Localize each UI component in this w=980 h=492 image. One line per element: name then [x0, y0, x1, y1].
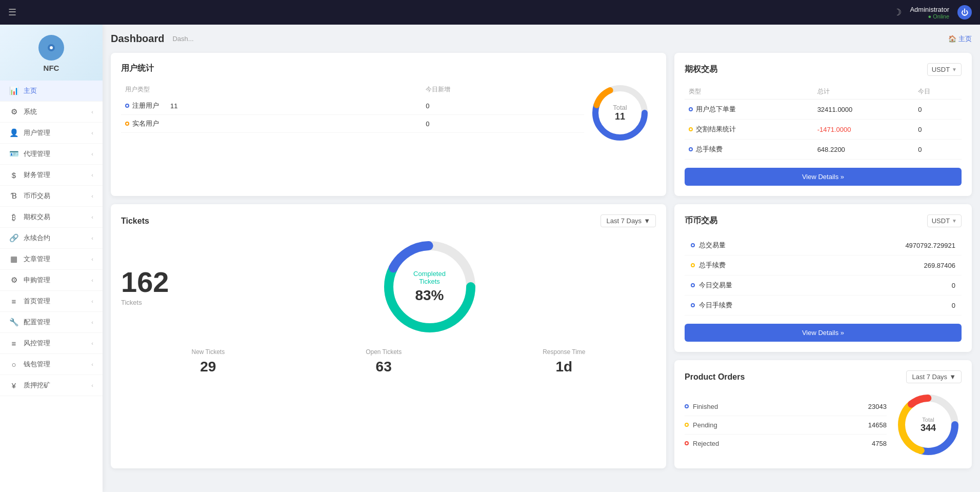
sidebar-item-home[interactable]: 📊主页	[0, 81, 103, 102]
orders-period-selector[interactable]: Last 7 Days ▼	[906, 370, 962, 383]
coin-row-value: 269.87406	[813, 255, 962, 275]
new-tickets-label: New Tickets	[191, 348, 225, 356]
dot-gold	[691, 263, 695, 267]
coin-card-header: 币币交易 USDT ▼	[685, 214, 962, 227]
coin-table: 总交易量 4970792.729921 总手续费 269.87406 今日交易量…	[685, 235, 962, 316]
moon-icon[interactable]: ☽	[893, 7, 902, 18]
response-time-label: Response Time	[543, 348, 585, 356]
chevron-icon: ‹	[91, 214, 93, 220]
main-layout: NFC 📊主页 ⚙系统 ‹ 👤用户管理 ‹ 🪪代理管理 ‹ $财务管理 ‹	[0, 25, 980, 492]
period-today: 0	[914, 120, 962, 140]
row-label: 总手续费	[696, 145, 723, 154]
sidebar-item-user-mgmt[interactable]: 👤用户管理 ‹	[0, 123, 103, 144]
right-column: 币币交易 USDT ▼ 总交易量 4970792.729921	[674, 204, 972, 468]
user-status: Online	[910, 13, 949, 19]
ticket-count-label: Tickets	[121, 299, 203, 306]
wallet-icon: ○	[9, 360, 18, 369]
col-today: 今日新增	[422, 82, 584, 97]
real-user-today: 0	[422, 115, 584, 133]
sidebar-item-purchase[interactable]: ⚙申购管理 ‹	[0, 270, 103, 291]
sidebar-item-mining[interactable]: ¥质押挖矿 ‹	[0, 375, 103, 396]
perpetual-icon: 🔗	[9, 233, 18, 243]
sidebar-item-homepage[interactable]: ≡首页管理 ‹	[0, 291, 103, 312]
sidebar-item-wallet[interactable]: ○钱包管理 ‹	[0, 354, 103, 375]
user-stats-donut: Total 11	[584, 82, 656, 144]
period-today: 0	[914, 140, 962, 160]
tickets-bottom: New Tickets 29 Open Tickets 63 Response …	[121, 348, 656, 375]
chevron-icon: ‹	[91, 151, 93, 157]
user-stats-title: 用户统计	[121, 63, 154, 74]
sidebar-item-config[interactable]: 🔧配置管理 ‹	[0, 312, 103, 333]
view-details-button-period[interactable]: View Details »	[685, 168, 962, 186]
period-trading-card: 期权交易 USDT ▼ 类型 总计 今日	[674, 53, 972, 196]
dot-blue	[689, 147, 693, 151]
coin-row-value: 0	[813, 275, 962, 296]
view-details-button-coin[interactable]: View Details »	[685, 324, 962, 342]
finished-label: Finished	[693, 403, 864, 410]
coin-row-label: 总交易量	[699, 241, 726, 250]
user-stats-row: 用户类型 今日新增 注册用户	[121, 82, 656, 144]
header-right: ☽ Administrator Online ⏻	[893, 5, 972, 19]
coin-caret: ▼	[952, 218, 957, 224]
ticket-count: 162	[121, 268, 203, 297]
sidebar-item-options-trade[interactable]: ₿期权交易 ‹	[0, 207, 103, 228]
open-tickets-metric: Open Tickets 63	[366, 348, 402, 375]
dot-blue	[689, 107, 693, 111]
dot-orange	[125, 122, 129, 126]
system-icon: ⚙	[9, 107, 18, 116]
coin-currency-selector[interactable]: USDT ▼	[927, 214, 962, 227]
sidebar-item-agent-mgmt[interactable]: 🪪代理管理 ‹	[0, 144, 103, 165]
chevron-icon: ‹	[91, 298, 93, 304]
period-label: Last 7 Days	[606, 217, 642, 225]
mining-icon: ¥	[9, 381, 18, 390]
bottom-grid: Tickets Last 7 Days ▼ 162 Tickets	[111, 204, 972, 468]
power-icon[interactable]: ⏻	[957, 5, 972, 19]
orders-card-header: Product Orders Last 7 Days ▼	[685, 370, 962, 383]
table-row: 今日交易量 0	[685, 275, 962, 296]
orders-period-label: Last 7 Days	[912, 373, 947, 381]
dropdown-caret: ▼	[952, 67, 957, 72]
rejected-count: 4758	[872, 440, 887, 447]
table-row: 总交易量 4970792.729921	[685, 235, 962, 255]
sidebar-item-finance[interactable]: $财务管理 ‹	[0, 165, 103, 186]
chevron-icon: ‹	[91, 256, 93, 262]
user-stats-card: 用户统计 用户类型 今日新增	[111, 53, 666, 196]
agent-icon: 🪪	[9, 149, 18, 159]
chevron-icon: ‹	[91, 235, 93, 241]
period-total: 32411.0000	[813, 100, 914, 120]
real-user-label: 实名用户	[132, 119, 159, 128]
chevron-icon: ‹	[91, 340, 93, 346]
config-icon: 🔧	[9, 318, 18, 327]
coin-title: 币币交易	[685, 215, 717, 226]
dot-blue	[125, 104, 129, 108]
sidebar-item-risk[interactable]: ≡风控管理 ‹	[0, 333, 103, 354]
response-time-value: 1d	[543, 359, 585, 375]
tickets-donut: Completed Tickets 83%	[203, 235, 656, 338]
currency-selector[interactable]: USDT ▼	[927, 63, 962, 76]
reg-user-label: 注册用户	[132, 101, 159, 110]
sidebar-item-perpetual[interactable]: 🔗永续合约 ‹	[0, 228, 103, 249]
home-link[interactable]: 🏠 主页	[948, 34, 972, 44]
chevron-icon: ‹	[91, 361, 93, 367]
product-orders-card: Product Orders Last 7 Days ▼ Finished 23…	[674, 360, 972, 468]
sidebar-item-system[interactable]: ⚙系统 ‹	[0, 102, 103, 123]
homepage-icon: ≡	[9, 297, 18, 306]
coin-row-label: 总手续费	[699, 261, 726, 270]
dot-blue	[691, 283, 695, 287]
tickets-stats: 162 Tickets	[121, 235, 656, 338]
dot-red	[685, 441, 689, 445]
table-row: 实名用户 0	[121, 115, 584, 133]
article-icon: ▦	[9, 254, 18, 264]
orders-list: Finished 23043 Pending 14658 Rejected	[685, 398, 887, 452]
sidebar-item-article[interactable]: ▦文章管理 ‹	[0, 249, 103, 270]
coin-trading-card: 币币交易 USDT ▼ 总交易量 4970792.729921	[674, 204, 972, 352]
orders-donut: Total 344	[895, 391, 962, 458]
period-table: 类型 总计 今日 用户总下单量 32411.0000 0 交割结果统计	[685, 84, 962, 160]
sidebar-item-coin-trade[interactable]: Ɓ币币交易 ‹	[0, 186, 103, 207]
chevron-icon: ‹	[91, 109, 93, 115]
table-row: 今日手续费 0	[685, 296, 962, 316]
menu-icon[interactable]: ☰	[8, 7, 16, 18]
tickets-period-selector[interactable]: Last 7 Days ▼	[601, 214, 656, 227]
page-header: Dashboard Dash... 🏠 主页	[111, 33, 972, 45]
svg-point-2	[50, 46, 53, 49]
